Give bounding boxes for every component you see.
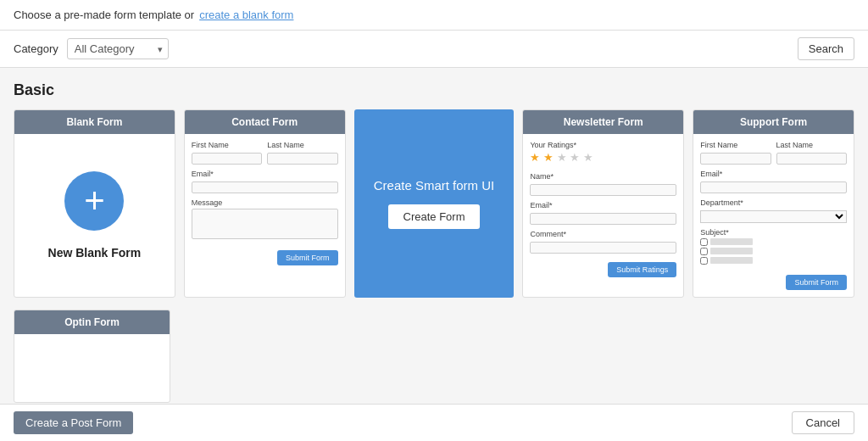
newsletter-name-input[interactable] [530,184,676,196]
contact-firstname-label: First Name [192,141,262,149]
support-check-2-label [710,248,753,254]
footer: Create a Post Form Cancel [0,404,868,441]
cards-row: Blank Form New Blank Form Contact Form F… [14,109,854,298]
search-button[interactable]: Search [798,37,854,60]
section-title: Basic [14,81,854,99]
newsletter-submit-button[interactable]: Submit Ratings [608,262,676,277]
blank-form-header: Blank Form [14,110,175,134]
star-3: ★ [557,151,567,164]
support-check-3-label [710,257,753,264]
bottom-row: Optin Form [14,310,854,403]
main-content: Basic Blank Form New Blank Form Contact … [0,68,868,405]
support-firstname-input[interactable] [700,153,771,165]
contact-form-body: First Name Last Name Email* [185,134,345,297]
support-checkbox-2 [700,248,847,255]
newsletter-ratings-label: Your Ratings* [530,141,676,149]
star-4: ★ [570,151,580,164]
optin-form-body [14,334,170,402]
support-mini-form: First Name Last Name Email* [700,141,847,290]
category-label: Category [14,42,58,55]
contact-firstname-input[interactable] [192,153,262,165]
support-lastname-input[interactable] [776,153,847,165]
star-1: ★ [530,151,540,164]
newsletter-email-label: Email* [530,201,676,209]
support-checkbox-3 [700,257,847,265]
support-checkbox-1 [700,238,847,246]
stars-display: ★ ★ ★ ★ ★ [530,151,676,164]
contact-email-input[interactable] [192,181,338,193]
newsletter-mini-form: Your Ratings* ★ ★ ★ ★ ★ Name [530,141,676,277]
blank-form-card[interactable]: Blank Form New Blank Form [14,109,175,298]
contact-email-label: Email* [192,170,338,178]
contact-form-header: Contact Form [185,110,345,134]
support-lastname-label: Last Name [776,141,847,149]
category-select-wrapper[interactable]: All Category [67,38,169,59]
support-check-3[interactable] [700,257,708,265]
contact-lastname-label: Last Name [267,141,337,149]
contact-form-card[interactable]: Contact Form First Name Last Name [184,109,346,298]
newsletter-form-header: Newsletter Form [523,110,683,134]
create-smart-label: Create Smart form UI [374,178,495,193]
create-form-button[interactable]: Create Form [388,204,481,229]
star-5: ★ [583,151,593,164]
contact-lastname-input[interactable] [267,153,337,165]
optin-form-header: Optin Form [14,310,170,334]
newsletter-comment-input[interactable] [530,242,676,254]
toolbar: Category All Category Search [0,31,868,68]
support-subject-label: Subject* [700,228,847,237]
support-form-header: Support Form [693,110,854,134]
support-check-1[interactable] [700,238,708,246]
plus-circle-icon [64,171,124,231]
newsletter-comment-label: Comment* [530,230,676,238]
create-post-form-button[interactable]: Create a Post Form [14,411,133,434]
header-text: Choose a pre-made form template or [14,8,194,21]
optin-form-card[interactable]: Optin Form [14,310,170,403]
support-form-card[interactable]: Support Form First Name Last Name [693,109,854,298]
support-firstname-label: First Name [700,141,771,149]
create-smart-body: Create Smart form UI Create Form [354,109,515,298]
support-check-1-label [710,238,753,245]
newsletter-name-label: Name* [530,172,676,181]
blank-form-body: New Blank Form [14,134,175,297]
top-bar: Choose a pre-made form template or creat… [0,0,868,31]
support-form-body: First Name Last Name Email* [693,134,854,297]
cancel-button[interactable]: Cancel [792,411,854,434]
contact-submit-button[interactable]: Submit Form [277,250,338,265]
contact-mini-form: First Name Last Name Email* [192,141,338,265]
newsletter-form-card[interactable]: Newsletter Form Your Ratings* ★ ★ ★ ★ ★ [522,109,684,298]
support-email-input[interactable] [700,181,847,193]
support-submit-button[interactable]: Submit Form [786,275,847,290]
newsletter-form-body: Your Ratings* ★ ★ ★ ★ ★ Name [523,134,683,297]
support-department-label: Department* [700,198,847,207]
contact-message-label: Message [192,198,338,207]
create-blank-link[interactable]: create a blank form [199,8,293,21]
support-check-2[interactable] [700,248,708,255]
support-email-label: Email* [700,170,847,178]
support-department-select[interactable] [700,210,847,223]
blank-form-label: New Blank Form [48,246,142,260]
create-smart-card[interactable]: Create Smart form UI Create Form [354,109,515,298]
category-select[interactable]: All Category [67,38,169,59]
contact-message-textarea[interactable] [192,209,338,239]
newsletter-email-input[interactable] [530,213,676,225]
star-2: ★ [543,151,554,164]
